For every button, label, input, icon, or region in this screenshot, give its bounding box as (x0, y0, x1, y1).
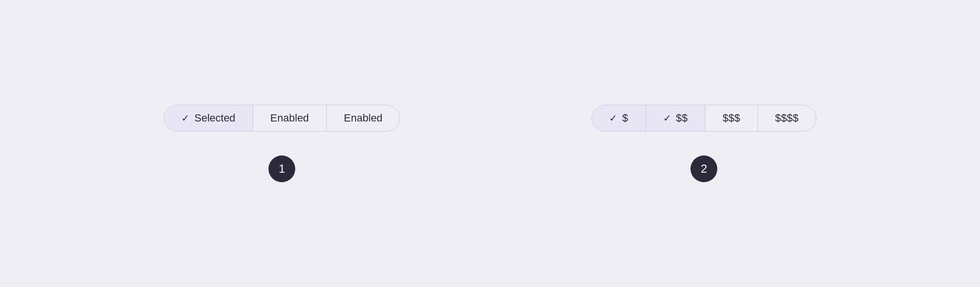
check-icon-3: ✓ (663, 112, 671, 124)
example-group-2: ✓ $ ✓ $$ $$$ $$$$ 2 (591, 105, 816, 182)
segment-selected-label: Selected (194, 112, 235, 124)
segmented-control-2: ✓ $ ✓ $$ $$$ $$$$ (591, 105, 816, 132)
check-icon-2: ✓ (609, 112, 617, 124)
segment-dollar-4-label: $$$$ (775, 112, 799, 124)
segment-dollar-2-label: $$ (676, 112, 688, 124)
segment-enabled-2[interactable]: Enabled (327, 105, 400, 131)
segment-dollar-3-label: $$$ (723, 112, 740, 124)
segment-dollar-2[interactable]: ✓ $$ (646, 105, 705, 131)
segment-dollar-1[interactable]: ✓ $ (592, 105, 646, 131)
segment-enabled-1-label: Enabled (270, 112, 309, 124)
check-icon-1: ✓ (181, 112, 189, 124)
badge-2: 2 (690, 155, 717, 182)
examples-row: ✓ Selected Enabled Enabled 1 ✓ $ (0, 105, 980, 182)
badge-1: 1 (268, 155, 295, 182)
segment-enabled-2-label: Enabled (344, 112, 383, 124)
segment-dollar-3[interactable]: $$$ (705, 105, 758, 131)
main-container: ✓ Selected Enabled Enabled 1 ✓ $ (0, 105, 980, 182)
segment-enabled-1[interactable]: Enabled (253, 105, 327, 131)
example-group-1: ✓ Selected Enabled Enabled 1 (164, 105, 400, 182)
segment-dollar-4[interactable]: $$$$ (758, 105, 816, 131)
segmented-control-1: ✓ Selected Enabled Enabled (164, 105, 400, 132)
segment-dollar-1-label: $ (622, 112, 628, 124)
segment-selected[interactable]: ✓ Selected (164, 105, 253, 131)
